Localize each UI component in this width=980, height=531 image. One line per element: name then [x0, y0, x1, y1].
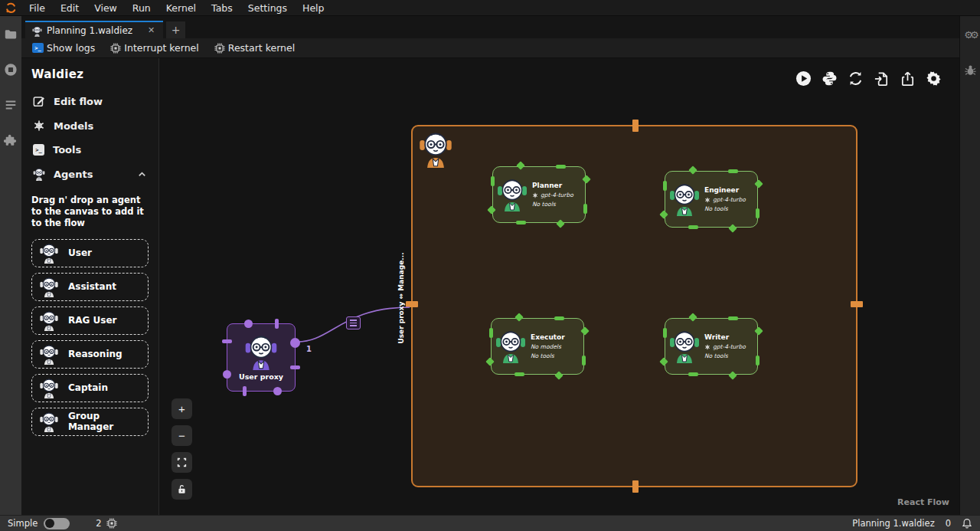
connection-handle[interactable] [663, 181, 667, 191]
connection-handle[interactable] [582, 356, 586, 365]
menu-tabs[interactable]: Tabs [204, 2, 240, 14]
connection-handle[interactable] [554, 316, 564, 320]
menu-file[interactable]: File [21, 2, 53, 14]
connection-handle[interactable] [583, 204, 587, 214]
connection-handle[interactable] [756, 208, 760, 218]
edge-settings-button[interactable] [346, 316, 361, 329]
file-browser-icon[interactable] [3, 27, 18, 42]
gear-icon [926, 70, 942, 87]
agent-card-captain[interactable]: Captain [31, 374, 149, 402]
menu-view[interactable]: View [87, 2, 125, 14]
debugger-bug-icon[interactable] [963, 63, 977, 77]
connection-handle[interactable] [516, 221, 526, 225]
convert-flow-button[interactable] [847, 70, 864, 87]
edge-description-label: User proxy ⇔ Manage... [397, 244, 405, 352]
import-flow-button[interactable] [873, 70, 890, 87]
tab-bar: Planning 1.waldiez ✕ + [21, 16, 959, 38]
connection-handle[interactable] [275, 319, 279, 329]
connection-handle[interactable] [556, 165, 566, 169]
agent-card-group-manager[interactable]: Group Manager [31, 408, 149, 436]
connection-handle[interactable] [491, 176, 495, 186]
lock-button[interactable] [172, 479, 192, 500]
agent-node-user-proxy[interactable]: User proxy [227, 323, 296, 392]
connection-handle[interactable] [728, 316, 738, 320]
sidebar-item-tools[interactable]: >_ Tools [31, 138, 149, 162]
sidebar-item-agents[interactable]: Agents [31, 162, 149, 187]
menu-run[interactable]: Run [125, 2, 158, 14]
bell-icon[interactable] [962, 518, 972, 529]
node-model: No models [531, 343, 565, 350]
agent-node-executor[interactable]: Executor No models No tools [491, 318, 584, 375]
sidebar-item-models[interactable]: Models [31, 113, 149, 138]
table-of-contents-icon[interactable] [3, 97, 18, 113]
connection-handle[interactable] [688, 225, 698, 229]
fit-view-button[interactable] [172, 452, 192, 473]
edit-square-icon [33, 95, 45, 107]
chevron-up-icon [137, 169, 147, 179]
node-tools: No tools [704, 205, 746, 212]
connection-handle[interactable] [222, 339, 232, 343]
connection-handle[interactable] [688, 372, 698, 376]
menu-edit[interactable]: Edit [53, 2, 87, 14]
agent-card-user[interactable]: User [31, 239, 149, 267]
left-activity-bar [0, 16, 21, 515]
connection-handle[interactable] [489, 328, 493, 338]
flow-settings-button[interactable] [925, 70, 942, 87]
connection-handle[interactable] [223, 370, 231, 379]
close-icon[interactable]: ✕ [148, 25, 155, 35]
new-tab-button[interactable]: + [166, 21, 185, 38]
kernel-chip-icon [214, 43, 225, 54]
zoom-out-button[interactable]: − [172, 425, 192, 446]
node-model: gpt-4-turbo [713, 196, 746, 203]
convert-to-python-button[interactable] [821, 70, 838, 87]
menu-bar: File Edit View Run Kernel Tabs Settings … [0, 0, 980, 16]
hamburger-menu-icon[interactable] [135, 67, 149, 81]
openai-icon [33, 120, 45, 132]
running-sessions-icon[interactable] [3, 62, 18, 77]
export-share-icon [900, 70, 916, 87]
document-name: Planning 1.waldiez [852, 518, 934, 529]
flow-canvas[interactable]: Planner gpt-4-turbo No tools Engi [159, 58, 959, 515]
connection-handle[interactable] [273, 387, 282, 395]
restart-kernel-button[interactable]: Restart kernel [208, 38, 301, 57]
menu-help[interactable]: Help [295, 2, 332, 14]
connection-handle[interactable] [290, 365, 300, 369]
connection-handle-connected[interactable] [290, 338, 300, 348]
agent-node-planner[interactable]: Planner gpt-4-turbo No tools [492, 166, 586, 223]
tab-planning-waldiez[interactable]: Planning 1.waldiez ✕ [25, 21, 163, 38]
connection-handle[interactable] [243, 386, 247, 396]
openai-icon [704, 344, 710, 350]
zoom-in-button[interactable]: + [172, 398, 192, 419]
node-tools: No tools [704, 352, 746, 359]
simple-mode-toggle[interactable] [44, 518, 70, 529]
connection-handle[interactable] [756, 356, 760, 365]
sidebar-item-edit-flow[interactable]: Edit flow [31, 89, 149, 113]
assistant-avatar [39, 277, 59, 297]
agent-card-rag-user[interactable]: RAG User [31, 306, 149, 335]
show-logs-button[interactable]: >_ Show logs [26, 38, 101, 57]
kernel-chip-icon [106, 518, 117, 529]
kernel-status[interactable]: 2 [96, 518, 116, 529]
tab-label: Planning 1.waldiez [47, 25, 132, 36]
menu-kernel[interactable]: Kernel [158, 2, 204, 14]
python-icon [822, 70, 838, 87]
interrupt-kernel-button[interactable]: Interrupt kernel [104, 38, 204, 57]
agent-node-engineer[interactable]: Engineer gpt-4-turbo No tools [665, 171, 758, 228]
export-flow-button[interactable] [899, 70, 916, 87]
property-inspector-gears-icon[interactable]: ⚙⚙ [963, 28, 977, 41]
agent-node-writer[interactable]: Writer gpt-4-turbo No tools [665, 318, 758, 375]
connection-handle[interactable] [514, 372, 524, 376]
drag-drop-hint: Drag n' drop an agent to the canvas to a… [31, 195, 149, 229]
menu-settings[interactable]: Settings [240, 2, 295, 14]
connection-handle[interactable] [728, 169, 738, 173]
agent-card-reasoning[interactable]: Reasoning [31, 340, 149, 369]
react-flow-attribution: React Flow [897, 497, 949, 507]
waldiez-sidebar: Waldiez Edit flow Models >_ Tools [21, 58, 159, 515]
run-flow-button[interactable] [795, 70, 812, 87]
agent-card-assistant[interactable]: Assistant [31, 273, 149, 301]
kernel-count: 2 [96, 518, 101, 529]
connection-handle[interactable] [663, 328, 667, 338]
node-title: Executor [531, 333, 565, 341]
extensions-icon[interactable] [3, 133, 18, 148]
connection-handle[interactable] [244, 320, 253, 328]
